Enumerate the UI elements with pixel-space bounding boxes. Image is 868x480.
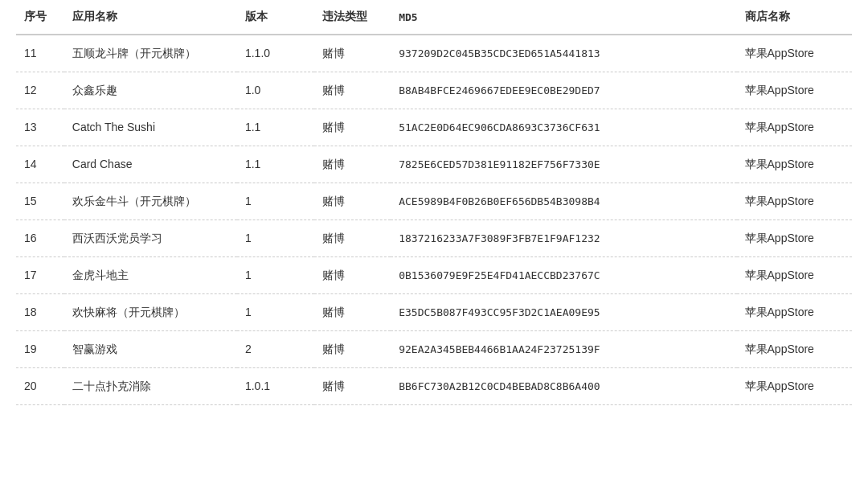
table-container: 序号 应用名称 版本 违法类型 MD5 商店名称 11五顺龙斗牌（开元棋牌）1.… [0,0,868,405]
cell-violation: 赌博 [314,257,391,294]
cell-violation: 赌博 [314,220,391,257]
cell-seq: 13 [16,109,64,146]
table-row: 19智赢游戏2赌博92EA2A345BEB4466B1AA24F23725139… [16,331,852,368]
cell-md5: 937209D2C045B35CDC3ED651A5441813 [391,35,736,72]
table-row: 16西沃西沃党员学习1赌博1837216233A7F3089F3FB7E1F9A… [16,220,852,257]
cell-store: 苹果AppStore [737,220,852,257]
cell-md5: 51AC2E0D64EC906CDA8693C3736CF631 [391,109,736,146]
table-row: 17金虎斗地主1赌博0B1536079E9F25E4FD41AECCBD2376… [16,257,852,294]
cell-version: 1 [237,220,314,257]
cell-seq: 17 [16,257,64,294]
cell-name: 二十点扑克消除 [64,368,237,405]
cell-md5: 7825E6CED57D381E91182EF756F7330E [391,146,736,183]
cell-seq: 12 [16,72,64,109]
cell-md5: 1837216233A7F3089F3FB7E1F9AF1232 [391,220,736,257]
table-row: 13Catch The Sushi1.1赌博51AC2E0D64EC906CDA… [16,109,852,146]
cell-md5: E35DC5B087F493CC95F3D2C1AEA09E95 [391,294,736,331]
cell-store: 苹果AppStore [737,35,852,72]
header-store: 商店名称 [737,0,852,35]
cell-name: 智赢游戏 [64,331,237,368]
cell-version: 1.1 [237,146,314,183]
header-name: 应用名称 [64,0,237,35]
header-seq: 序号 [16,0,64,35]
cell-md5: B8AB4BFCE2469667EDEE9EC0BE29DED7 [391,72,736,109]
cell-md5: 0B1536079E9F25E4FD41AECCBD23767C [391,257,736,294]
data-table: 序号 应用名称 版本 违法类型 MD5 商店名称 11五顺龙斗牌（开元棋牌）1.… [16,0,852,405]
cell-name: Card Chase [64,146,237,183]
cell-violation: 赌博 [314,146,391,183]
cell-name: 众鑫乐趣 [64,72,237,109]
table-row: 15欢乐金牛斗（开元棋牌）1赌博ACE5989B4F0B26B0EF656DB5… [16,183,852,220]
header-md5: MD5 [391,0,736,35]
cell-md5: BB6FC730A2B12C0CD4BEBAD8C8B6A400 [391,368,736,405]
cell-seq: 18 [16,294,64,331]
cell-name: 五顺龙斗牌（开元棋牌） [64,35,237,72]
cell-version: 1.1 [237,109,314,146]
cell-version: 1 [237,257,314,294]
cell-seq: 14 [16,146,64,183]
cell-store: 苹果AppStore [737,72,852,109]
cell-seq: 20 [16,368,64,405]
table-row: 11五顺龙斗牌（开元棋牌）1.1.0赌博937209D2C045B35CDC3E… [16,35,852,72]
cell-store: 苹果AppStore [737,109,852,146]
cell-name: 欢乐金牛斗（开元棋牌） [64,183,237,220]
cell-store: 苹果AppStore [737,146,852,183]
cell-seq: 11 [16,35,64,72]
table-row: 20二十点扑克消除1.0.1赌博BB6FC730A2B12C0CD4BEBAD8… [16,368,852,405]
cell-store: 苹果AppStore [737,331,852,368]
cell-violation: 赌博 [314,109,391,146]
cell-seq: 16 [16,220,64,257]
cell-name: Catch The Sushi [64,109,237,146]
cell-name: 欢快麻将（开元棋牌） [64,294,237,331]
cell-md5: ACE5989B4F0B26B0EF656DB54B3098B4 [391,183,736,220]
cell-store: 苹果AppStore [737,294,852,331]
cell-violation: 赌博 [314,368,391,405]
cell-seq: 19 [16,331,64,368]
header-violation: 违法类型 [314,0,391,35]
table-row: 18欢快麻将（开元棋牌）1赌博E35DC5B087F493CC95F3D2C1A… [16,294,852,331]
cell-store: 苹果AppStore [737,368,852,405]
table-header-row: 序号 应用名称 版本 违法类型 MD5 商店名称 [16,0,852,35]
cell-md5: 92EA2A345BEB4466B1AA24F23725139F [391,331,736,368]
cell-name: 西沃西沃党员学习 [64,220,237,257]
cell-store: 苹果AppStore [737,183,852,220]
cell-violation: 赌博 [314,331,391,368]
cell-version: 1 [237,183,314,220]
cell-version: 1.0.1 [237,368,314,405]
table-row: 14Card Chase1.1赌博7825E6CED57D381E91182EF… [16,146,852,183]
cell-violation: 赌博 [314,294,391,331]
cell-violation: 赌博 [314,183,391,220]
cell-version: 1.1.0 [237,35,314,72]
cell-violation: 赌博 [314,72,391,109]
header-version: 版本 [237,0,314,35]
cell-version: 2 [237,331,314,368]
cell-version: 1 [237,294,314,331]
cell-seq: 15 [16,183,64,220]
cell-name: 金虎斗地主 [64,257,237,294]
table-row: 12众鑫乐趣1.0赌博B8AB4BFCE2469667EDEE9EC0BE29D… [16,72,852,109]
cell-violation: 赌博 [314,35,391,72]
cell-version: 1.0 [237,72,314,109]
cell-store: 苹果AppStore [737,257,852,294]
